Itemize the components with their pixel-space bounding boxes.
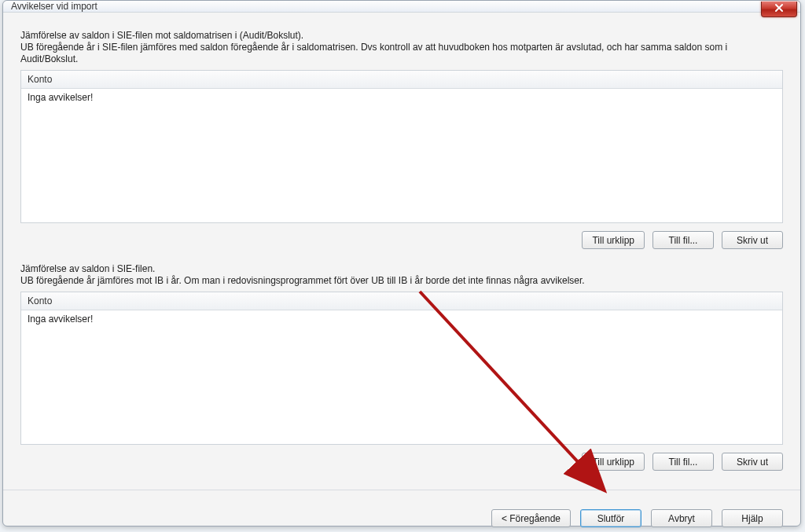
section1-to-file-button[interactable]: Till fil... (652, 231, 714, 249)
section2-button-row: Till urklipp Till fil... Skriv ut (20, 453, 783, 471)
close-button[interactable] (761, 2, 797, 17)
section1-description: Jämförelse av saldon i SIE-filen mot sal… (20, 30, 783, 65)
section-compare-ub-ib: Jämförelse av saldon i SIE-filen. UB för… (20, 263, 783, 485)
section-compare-saldomatris: Jämförelse av saldon i SIE-filen mot sal… (20, 30, 783, 263)
dialog-window: Avvikelser vid import Jämförelse av sald… (2, 0, 801, 526)
section1-list-body: Inga avvikelser! (21, 89, 782, 222)
dialog-content: Jämförelse av saldon i SIE-filen mot sal… (3, 13, 800, 498)
section2-listbox[interactable]: Konto Inga avvikelser! (20, 292, 783, 445)
titlebar: Avvikelser vid import (3, 1, 800, 13)
section1-copy-clipboard-button[interactable]: Till urklipp (582, 231, 645, 249)
section1-listbox[interactable]: Konto Inga avvikelser! (20, 70, 783, 223)
section1-column-header[interactable]: Konto (21, 71, 782, 89)
section2-description: Jämförelse av saldon i SIE-filen. UB för… (20, 263, 783, 287)
section2-desc-line1: Jämförelse av saldon i SIE-filen. (20, 263, 783, 275)
help-button[interactable]: Hjälp (722, 509, 783, 527)
finish-button[interactable]: Slutför (580, 509, 641, 527)
back-button[interactable]: < Föregående (491, 509, 571, 527)
section2-copy-clipboard-button[interactable]: Till urklipp (582, 453, 645, 471)
section2-list-body: Inga avvikelser! (21, 310, 782, 444)
footer-separator (3, 490, 800, 490)
section2-column-header[interactable]: Konto (21, 292, 782, 310)
cancel-button[interactable]: Avbryt (651, 509, 712, 527)
section1-desc-line2: UB föregående år i SIE-filen jämföres me… (20, 42, 783, 65)
window-title: Avvikelser vid import (11, 1, 97, 12)
section2-desc-line2: UB föregående år jämföres mot IB i år. O… (20, 275, 783, 287)
close-icon (774, 3, 784, 15)
section1-button-row: Till urklipp Till fil... Skriv ut (20, 231, 783, 249)
section1-desc-line1: Jämförelse av saldon i SIE-filen mot sal… (20, 30, 783, 42)
section2-print-button[interactable]: Skriv ut (722, 453, 783, 471)
section2-to-file-button[interactable]: Till fil... (652, 453, 714, 471)
wizard-footer: < Föregående Slutför Avbryt Hjälp (3, 498, 800, 532)
section1-print-button[interactable]: Skriv ut (722, 231, 783, 249)
